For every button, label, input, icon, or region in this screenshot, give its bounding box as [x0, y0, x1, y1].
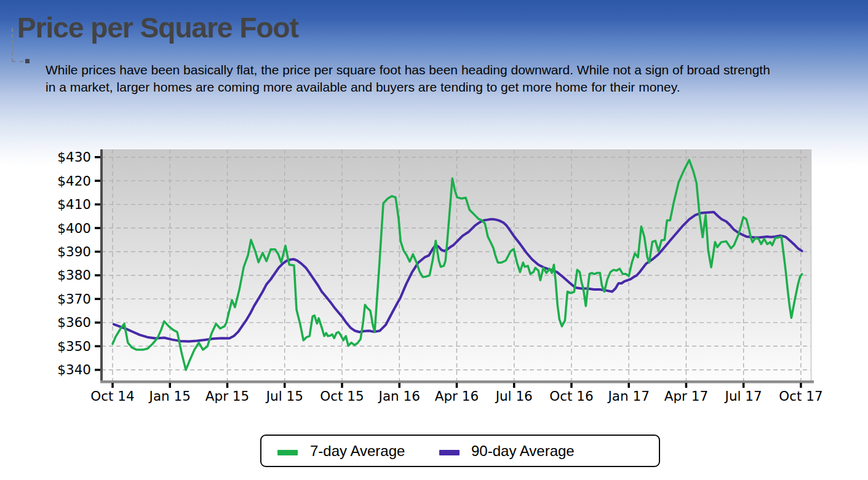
y-tick-label: $370	[57, 291, 91, 307]
x-tick-label: Jan 16	[378, 388, 420, 404]
y-tick-label: $380	[57, 267, 91, 283]
bottom-spine	[100, 380, 814, 384]
y-tick-label: $430	[57, 149, 91, 165]
y-tick-label: $360	[57, 315, 91, 330]
x-tick-label: Apr 15	[205, 388, 249, 404]
price-per-sqft-chart: $340$350$360$370$380$390$400$410$420$430…	[0, 0, 868, 480]
y-tick-label: $420	[57, 173, 91, 189]
x-tick-label: Oct 14	[90, 388, 134, 404]
legend-swatch-7-day	[277, 450, 298, 455]
legend-label-90-day: 90-day Average	[471, 443, 575, 460]
legend-label-7-day: 7-day Average	[310, 443, 405, 460]
y-tick-label: $390	[57, 244, 91, 259]
x-tick-label: Apr 17	[664, 388, 708, 404]
left-spine	[100, 149, 103, 382]
x-tick-label: Jan 17	[607, 388, 650, 404]
y-tick-label: $400	[57, 221, 91, 236]
legend-swatch-90-day	[439, 450, 460, 455]
x-tick-label: Jan 15	[148, 388, 191, 404]
slide-page: Price per Square Foot While prices have …	[0, 0, 868, 480]
y-tick-label: $340	[57, 362, 91, 377]
x-tick-label: Jul 17	[724, 388, 762, 404]
x-tick-label: Jul 16	[495, 388, 533, 404]
chart-legend: 7-day Average 90-day Average	[260, 435, 660, 467]
y-tick-label: $410	[57, 197, 91, 212]
x-tick-label: Oct 15	[320, 388, 364, 404]
x-tick-label: Jul 15	[265, 388, 303, 404]
y-tick-label: $350	[57, 339, 91, 354]
x-tick-label: Apr 16	[435, 388, 479, 404]
x-tick-label: Oct 17	[779, 388, 822, 404]
x-tick-label: Oct 16	[549, 388, 593, 404]
